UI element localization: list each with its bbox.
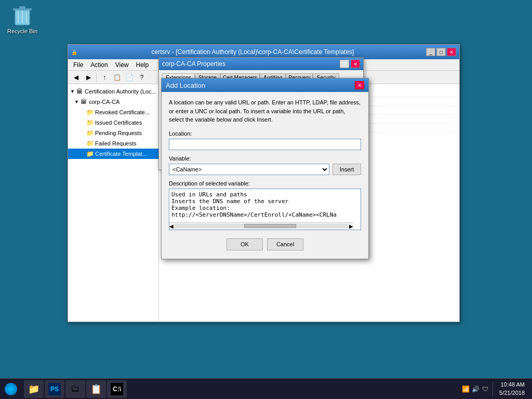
sidebar-item-corp-ca[interactable]: ▼ 🏛 corp-CA-CA <box>68 97 158 107</box>
sidebar-certauth-label: Certification Authority (Loc... <box>85 88 156 95</box>
addloc-insert-button[interactable]: Insert <box>332 164 361 175</box>
sidebar-failed-label: Failed Requests <box>95 140 137 147</box>
tray-audio-icon[interactable]: 🔊 <box>471 385 480 393</box>
taskbar: 📁 PS 🗂 📋 C:\ 📶 🔊 🛡 10:48 AM <box>0 378 532 399</box>
up-button[interactable]: ↑ <box>99 72 110 83</box>
sidebar-item-certauth[interactable]: ▼ 🏛 Certification Authority (Loc... <box>68 86 158 97</box>
corp-ca-icon: 🏛 <box>79 98 88 106</box>
desktop: Recycle Bin 🔒 certsrv - [Certification A… <box>0 0 532 399</box>
powershell-icon: PS <box>48 383 61 395</box>
templates-icon: 📁 <box>86 150 94 158</box>
menu-help[interactable]: Help <box>133 61 152 69</box>
addloc-scrollbar-thumb <box>244 224 296 228</box>
sidebar-revoked-label: Revoked Certificate... <box>95 109 150 115</box>
failed-icon: 📁 <box>86 139 94 148</box>
pending-icon: 📁 <box>86 129 94 137</box>
addloc-ok-button[interactable]: OK <box>227 238 263 250</box>
addloc-title: Add Location <box>166 82 205 89</box>
addloc-body: A location can be any valid URL or path.… <box>162 92 368 259</box>
taskbar-item-powershell[interactable]: PS <box>45 380 64 398</box>
addloc-titlebar: Add Location ✕ <box>162 78 368 92</box>
paste-button[interactable]: 📄 <box>124 72 135 83</box>
add-location-dialog: Add Location ✕ A location can be any val… <box>161 78 369 259</box>
sidebar-pending-label: Pending Requests <box>95 130 142 136</box>
props-title: corp-CA-CA Properties <box>162 60 225 68</box>
addloc-desc-selected-label: Description of selected variable: <box>169 180 361 187</box>
certauth-icon: 🏛 <box>75 87 84 96</box>
menu-action[interactable]: Action <box>87 61 111 69</box>
minimize-button[interactable]: _ <box>426 48 435 56</box>
issued-icon: 📁 <box>86 118 94 127</box>
svg-rect-2 <box>19 6 25 9</box>
maximize-button[interactable]: □ <box>436 48 446 56</box>
addloc-variable-row: <CaName> <ServerDNSName> <CRLNameSuffix>… <box>169 164 361 175</box>
filemanager-icon: 🗂 <box>69 383 82 395</box>
help-toolbar-button[interactable]: ? <box>136 72 148 83</box>
sidebar-item-failed[interactable]: 📁 Failed Requests <box>68 138 158 149</box>
start-icon <box>5 383 17 395</box>
addloc-footer: OK Cancel <box>169 234 361 252</box>
addloc-cancel-button[interactable]: Cancel <box>267 238 303 250</box>
clock-date: 5/21/2018 <box>499 389 525 397</box>
recycle-bin-label: Recycle Bin <box>7 28 37 34</box>
taskbar-items: 📁 PS 🗂 📋 C:\ <box>22 380 457 398</box>
forward-button[interactable]: ▶ <box>83 72 94 83</box>
start-button[interactable] <box>0 379 22 400</box>
sidebar-tree: ▼ 🏛 Certification Authority (Loc... ▼ 🏛 … <box>68 84 159 322</box>
taskbar-item-filemanager[interactable]: 🗂 <box>65 380 85 398</box>
menu-view[interactable]: View <box>112 61 132 69</box>
props-close-button[interactable]: ✕ <box>351 60 360 68</box>
sidebar-item-revoked[interactable]: 📁 Revoked Certificate... <box>68 107 158 117</box>
tray-icons: 📶 🔊 🛡 <box>461 385 489 393</box>
sidebar-item-issued[interactable]: 📁 Issued Certificates <box>68 117 158 128</box>
addloc-scrollbar-track <box>175 224 348 228</box>
addloc-description-text-container: Used in URLs and paths Inserts the DNS n… <box>169 189 361 230</box>
clipboard-icon: 📋 <box>90 383 102 395</box>
sidebar-item-pending[interactable]: 📁 Pending Requests <box>68 128 158 138</box>
terminal-icon: C:\ <box>111 383 123 395</box>
taskbar-item-clipboard[interactable]: 📋 <box>86 380 106 398</box>
addloc-variable-select[interactable]: <CaName> <ServerDNSName> <CRLNameSuffix>… <box>169 164 329 175</box>
back-button[interactable]: ◀ <box>70 72 82 83</box>
props-titlebar: corp-CA-CA Properties ? ✕ <box>159 58 363 70</box>
taskbar-clock[interactable]: 10:48 AM 5/21/2018 <box>496 381 528 397</box>
props-help-button[interactable]: ? <box>340 60 349 68</box>
addloc-variable-label: Variable: <box>169 155 361 162</box>
sidebar-corp-ca-label: corp-CA-CA <box>89 99 119 105</box>
addloc-location-label: Location: <box>169 130 361 137</box>
addloc-location-input[interactable] <box>169 139 361 150</box>
recycle-bin-graphic <box>12 4 33 27</box>
certsrv-window-controls: _ □ ✕ <box>426 48 456 56</box>
addloc-horizontal-scrollbar[interactable]: ◀ ▶ <box>169 222 353 230</box>
taskbar-item-terminal[interactable]: C:\ <box>107 380 127 398</box>
taskbar-item-explorer[interactable]: 📁 <box>24 380 44 398</box>
tray-divider <box>493 382 493 396</box>
sidebar-item-templates[interactable]: 📁 Certificate Templat... <box>68 149 158 159</box>
tray-network-icon[interactable]: 📶 <box>461 385 470 393</box>
taskbar-tray: 📶 🔊 🛡 10:48 AM 5/21/2018 <box>457 381 532 397</box>
sidebar-templates-label: Certificate Templat... <box>95 151 147 157</box>
certsrv-title: certsrv - [Certification Authority (Loca… <box>79 48 426 56</box>
tray-security-icon[interactable]: 🛡 <box>481 385 489 393</box>
addloc-description: A location can be any valid URL or path.… <box>169 98 361 124</box>
close-button[interactable]: ✕ <box>447 48 456 56</box>
addloc-close-button[interactable]: ✕ <box>355 81 364 89</box>
menu-file[interactable]: File <box>70 61 86 69</box>
explorer-icon: 📁 <box>28 383 40 395</box>
sidebar-issued-label: Issued Certificates <box>95 119 142 126</box>
copy-button[interactable]: 📋 <box>111 72 123 83</box>
recycle-bin-icon[interactable]: Recycle Bin <box>4 4 41 34</box>
toolbar-separator <box>96 73 97 82</box>
clock-time: 10:48 AM <box>499 381 525 389</box>
revoked-icon: 📁 <box>86 108 94 116</box>
